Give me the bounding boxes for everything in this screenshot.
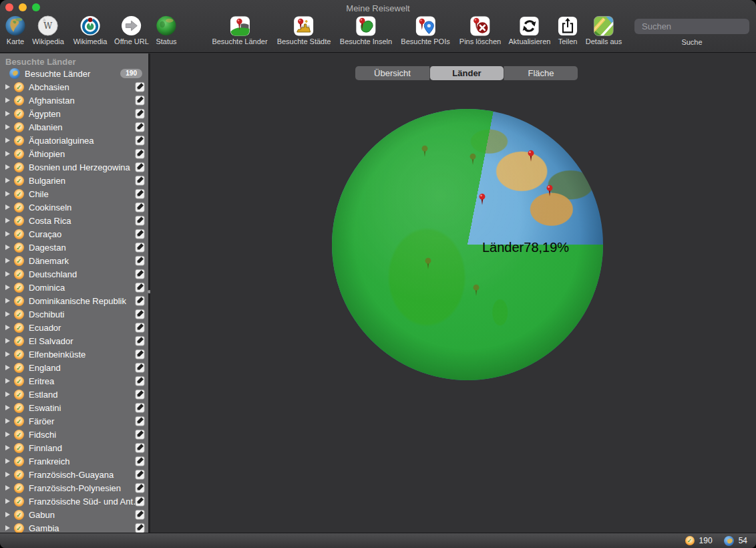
countries-pie-globe-chart[interactable]: Länder78,19% <box>332 109 603 380</box>
edit-note-icon[interactable] <box>135 255 145 266</box>
sidebar-country-row[interactable]: Dominikanische Republik <box>0 294 148 307</box>
sidebar-country-row[interactable]: Deutschland <box>0 267 148 281</box>
edit-note-icon[interactable] <box>135 269 145 279</box>
edit-note-icon[interactable] <box>135 349 145 360</box>
edit-note-icon[interactable] <box>135 362 145 373</box>
disclosure-triangle-icon[interactable] <box>5 231 10 237</box>
search-field[interactable] <box>634 19 749 34</box>
sidebar-country-row[interactable]: Elfenbeinküste <box>0 348 148 361</box>
toolbar-item-details-aus[interactable]: Details aus <box>586 14 622 46</box>
toolbar-item-aktualisieren[interactable]: Aktualisieren <box>509 14 551 46</box>
sidebar-country-row[interactable]: Finnland <box>0 441 148 454</box>
toolbar-item-pins-loeschen[interactable]: Pins löschen <box>459 14 501 46</box>
sidebar-country-row[interactable]: Dagestan <box>0 241 148 254</box>
sidebar-country-row[interactable]: Curaçao <box>0 227 148 241</box>
disclosure-triangle-icon[interactable] <box>5 445 10 450</box>
disclosure-triangle-icon[interactable] <box>5 432 10 437</box>
edit-note-icon[interactable] <box>135 456 145 466</box>
disclosure-triangle-icon[interactable] <box>5 285 10 290</box>
sidebar-country-row[interactable]: England <box>0 361 148 374</box>
edit-note-icon[interactable] <box>135 295 145 306</box>
edit-note-icon[interactable] <box>135 122 145 132</box>
sidebar-country-row[interactable]: Dänemark <box>0 254 148 267</box>
edit-note-icon[interactable] <box>135 523 145 533</box>
disclosure-triangle-icon[interactable] <box>5 84 10 90</box>
edit-note-icon[interactable] <box>135 229 145 239</box>
sidebar-country-row[interactable]: Eritrea <box>0 374 148 388</box>
disclosure-triangle-icon[interactable] <box>5 405 10 410</box>
edit-note-icon[interactable] <box>135 108 145 119</box>
edit-note-icon[interactable] <box>135 202 145 213</box>
edit-note-icon[interactable] <box>135 215 145 226</box>
disclosure-triangle-icon[interactable] <box>5 151 10 156</box>
sidebar-country-row[interactable]: Französisch-Polynesien <box>0 481 148 495</box>
edit-note-icon[interactable] <box>135 509 145 520</box>
toolbar-item-besuchte-pois[interactable]: Besuchte POIs <box>401 14 449 46</box>
disclosure-triangle-icon[interactable] <box>5 111 10 116</box>
sidebar-country-row[interactable]: Fidschi <box>0 428 148 441</box>
disclosure-triangle-icon[interactable] <box>5 218 10 223</box>
disclosure-triangle-icon[interactable] <box>5 245 10 250</box>
sidebar-country-row[interactable]: Costa Rica <box>0 214 148 227</box>
edit-note-icon[interactable] <box>135 442 145 453</box>
sidebar-country-row[interactable]: Estland <box>0 388 148 401</box>
disclosure-triangle-icon[interactable] <box>5 311 10 317</box>
edit-note-icon[interactable] <box>135 175 145 186</box>
edit-note-icon[interactable] <box>135 402 145 413</box>
edit-note-icon[interactable] <box>135 82 145 92</box>
disclosure-triangle-icon[interactable] <box>5 512 10 517</box>
sidebar-country-row[interactable]: Bulgarien <box>0 174 148 187</box>
toolbar-item-besuchte-laender[interactable]: Besuchte Länder <box>212 14 267 46</box>
disclosure-triangle-icon[interactable] <box>5 485 10 491</box>
toolbar-item-wikipedia[interactable]: W Wikipedia <box>32 14 64 46</box>
disclosure-triangle-icon[interactable] <box>5 298 10 303</box>
edit-note-icon[interactable] <box>135 162 145 172</box>
disclosure-triangle-icon[interactable] <box>5 191 10 196</box>
disclosure-triangle-icon[interactable] <box>5 365 10 370</box>
edit-note-icon[interactable] <box>135 416 145 426</box>
disclosure-triangle-icon[interactable] <box>5 378 10 384</box>
sidebar-country-row[interactable]: Gambia <box>0 521 148 533</box>
tab-uebersicht[interactable]: Übersicht <box>355 66 429 80</box>
sidebar-country-row[interactable]: Dschibuti <box>0 307 148 321</box>
disclosure-triangle-icon[interactable] <box>5 98 10 103</box>
toolbar-item-besuchte-staedte[interactable]: Besuchte Städte <box>277 14 331 46</box>
toolbar-item-oeffne-url[interactable]: Öffne URL <box>114 14 149 46</box>
edit-note-icon[interactable] <box>135 496 145 507</box>
disclosure-triangle-icon[interactable] <box>5 124 10 130</box>
sidebar-country-row[interactable]: Chile <box>0 187 148 200</box>
tab-flaeche[interactable]: Fläche <box>504 66 578 80</box>
disclosure-triangle-icon[interactable] <box>5 392 10 397</box>
tab-laender[interactable]: Länder <box>429 66 504 80</box>
disclosure-triangle-icon[interactable] <box>5 499 10 504</box>
sidebar-country-row[interactable]: Bosnien und Herzegowina <box>0 160 148 174</box>
sidebar-country-row[interactable]: Abchasien <box>0 80 148 94</box>
sidebar-country-row[interactable]: Afghanistan <box>0 94 148 107</box>
edit-note-icon[interactable] <box>135 242 145 253</box>
disclosure-triangle-icon[interactable] <box>5 258 10 263</box>
sidebar-country-row[interactable]: Färöer <box>0 414 148 428</box>
edit-note-icon[interactable] <box>135 148 145 159</box>
edit-note-icon[interactable] <box>135 483 145 493</box>
sidebar-country-row[interactable]: Äthiopien <box>0 147 148 160</box>
disclosure-triangle-icon[interactable] <box>5 271 10 277</box>
sidebar-country-row[interactable]: Äquatorialguinea <box>0 134 148 147</box>
edit-note-icon[interactable] <box>135 429 145 440</box>
sidebar-country-row[interactable]: Dominica <box>0 281 148 294</box>
sidebar-country-row[interactable]: Eswatini <box>0 401 148 414</box>
toolbar-item-karte[interactable]: Karte <box>5 14 26 46</box>
edit-note-icon[interactable] <box>135 95 145 106</box>
toolbar-item-besuchte-inseln[interactable]: Besuchte Inseln <box>340 14 392 46</box>
disclosure-triangle-icon[interactable] <box>5 458 10 464</box>
edit-note-icon[interactable] <box>135 376 145 386</box>
edit-note-icon[interactable] <box>135 389 145 400</box>
disclosure-triangle-icon[interactable] <box>5 472 10 477</box>
disclosure-triangle-icon[interactable] <box>5 138 10 143</box>
toolbar-item-wikimedia[interactable]: Wikimedia <box>73 14 108 46</box>
edit-note-icon[interactable] <box>135 188 145 199</box>
edit-note-icon[interactable] <box>135 469 145 480</box>
edit-note-icon[interactable] <box>135 309 145 319</box>
edit-note-icon[interactable] <box>135 135 145 146</box>
disclosure-triangle-icon[interactable] <box>5 418 10 424</box>
sidebar-country-row[interactable]: Frankreich <box>0 454 148 468</box>
